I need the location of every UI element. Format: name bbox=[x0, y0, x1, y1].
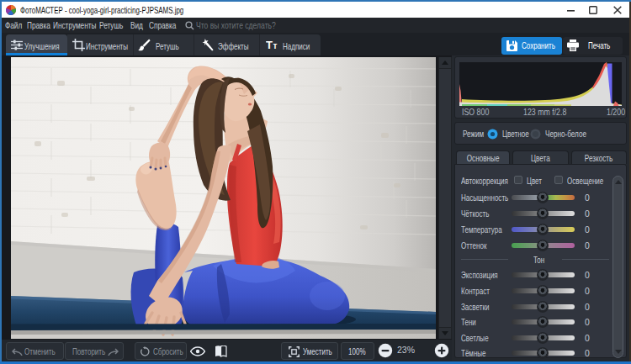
svg-text:т: т bbox=[273, 41, 278, 50]
svg-text:T: T bbox=[266, 40, 273, 50]
